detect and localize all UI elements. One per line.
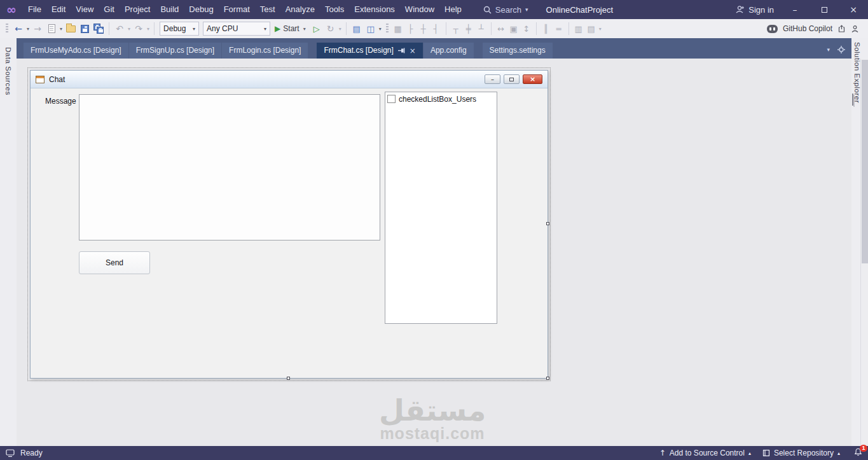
menu-analyze[interactable]: Analyze (280, 0, 320, 19)
solution-platform-dropdown[interactable]: Any CPU ▾ (203, 22, 270, 36)
checked-listbox-users[interactable]: checkedListBox_Users (385, 92, 497, 324)
hot-reload-dropdown-icon: ▾ (339, 26, 341, 32)
save-all-icon (93, 24, 104, 34)
tab-frmsignup[interactable]: FrmSignUp.cs [Design] (129, 43, 221, 59)
menu-debug[interactable]: Debug (184, 0, 218, 19)
new-file-dropdown-icon[interactable]: ▾ (60, 26, 62, 32)
menu-test[interactable]: Test (255, 0, 280, 19)
solution-explorer-tab[interactable]: Solution Explorer (852, 42, 860, 106)
form-maximize-button[interactable] (504, 74, 520, 84)
toolbar-separator (536, 22, 537, 35)
minimize-window-button[interactable]: – (780, 0, 809, 19)
chevron-down-icon[interactable]: ▾ (379, 26, 382, 32)
save-button[interactable] (78, 21, 91, 36)
save-icon (81, 25, 89, 33)
menu-git[interactable]: Git (99, 0, 120, 19)
maximize-window-button[interactable] (809, 0, 839, 19)
toolbar-grip[interactable] (6, 24, 8, 34)
select-repository-button[interactable]: Select Repository ▴ (762, 449, 840, 457)
form-titlebar[interactable]: Chat – × (31, 71, 548, 88)
github-copilot-button[interactable]: GitHub Copilot (783, 24, 832, 33)
sign-in-button[interactable]: Sign in (729, 5, 780, 15)
align-tops-icon: ┬ (450, 24, 462, 34)
align-middles-icon: ╪ (462, 24, 475, 34)
find-in-files-button[interactable]: ▤ (350, 21, 363, 36)
tab-frmlogin[interactable]: FrmLogin.cs [Design] (222, 43, 308, 59)
tab-settings[interactable]: Settings.settings (483, 43, 553, 59)
snap-to-grid-icon: ▦ (392, 24, 404, 34)
undo-dropdown-icon: ▾ (128, 26, 130, 32)
open-file-button[interactable] (64, 21, 77, 36)
new-file-button[interactable] (45, 21, 58, 36)
configuration-value: Debug (163, 24, 186, 33)
tab-frmchat-active[interactable]: FrmChat.cs [Design] × (317, 43, 422, 59)
scrollbar-thumb[interactable] (862, 60, 868, 263)
menu-format[interactable]: Format (219, 0, 255, 19)
form-close-button[interactable]: × (523, 74, 542, 84)
make-same-height-icon: ↕ (520, 24, 533, 34)
toolbar-overflow-icon[interactable]: ▾ (599, 26, 602, 32)
notifications-button[interactable]: 1 (854, 448, 862, 458)
save-all-button[interactable] (92, 21, 105, 36)
menu-project[interactable]: Project (120, 0, 155, 19)
visual-studio-logo-icon: ∞ (0, 0, 23, 19)
checkbox-icon[interactable] (387, 95, 396, 103)
send-button[interactable]: Send (79, 251, 150, 274)
tab-list-dropdown-icon[interactable]: ▾ (827, 46, 830, 53)
form-body[interactable]: Message Send checkedListBox_Users (31, 88, 548, 379)
close-window-button[interactable]: × (839, 0, 868, 19)
toolbar-grip[interactable] (386, 24, 389, 34)
redo-dropdown-icon: ▾ (147, 26, 149, 32)
menu-help[interactable]: Help (439, 0, 467, 19)
menu-edit[interactable]: Edit (46, 0, 71, 19)
menu-tools[interactable]: Tools (320, 0, 349, 19)
list-item[interactable]: checkedListBox_Users (387, 94, 497, 104)
menu-file[interactable]: File (23, 0, 46, 19)
form-minimize-button[interactable]: – (485, 74, 500, 84)
menu-view[interactable]: View (71, 0, 99, 19)
start-without-debugging-button[interactable]: ▷ (310, 21, 323, 36)
horizontal-spacing-icon: ║ (540, 24, 553, 34)
form-title: Chat (49, 75, 65, 84)
designer-vertical-scrollbar[interactable] (860, 59, 868, 446)
send-feedback-icon[interactable] (851, 25, 859, 33)
upload-icon: ↑ (659, 449, 666, 457)
data-sources-tab[interactable]: Data Sources (4, 47, 12, 95)
split-window-button[interactable]: ◫ (364, 21, 377, 36)
close-tab-icon[interactable]: × (410, 47, 416, 55)
status-ready-icon (6, 449, 15, 457)
align-bottoms-icon: ┴ (475, 24, 488, 34)
designed-form-chat[interactable]: Chat – × Message Send checkedListBox_Use… (30, 70, 548, 379)
form-icon (36, 76, 45, 83)
menu-extensions[interactable]: Extensions (349, 0, 400, 19)
forms-designer-canvas[interactable]: Chat – × Message Send checkedListBox_Use… (17, 59, 851, 446)
resize-handle-bottom[interactable] (287, 377, 290, 380)
tab-appconfig[interactable]: App.config (424, 43, 474, 59)
align-rights-icon: ┤ (430, 24, 443, 34)
hot-reload-button: ↻ (324, 21, 337, 36)
navigate-back-dropdown-icon[interactable]: ▾ (27, 26, 29, 32)
solution-configuration-dropdown[interactable]: Debug ▾ (160, 22, 199, 36)
resize-handle-corner[interactable] (546, 377, 549, 380)
align-lefts-icon: ├ (404, 24, 417, 34)
standard-toolbar: ← ▾ → ▾ ↶ ▾ ↷ ▾ Debug ▾ Any CPU ▾ ▶ Star… (0, 19, 868, 38)
pin-tab-icon[interactable] (398, 48, 405, 53)
add-to-source-control-button[interactable]: ↑ Add to Source Control ▴ (659, 449, 751, 457)
search-box[interactable]: Search ▾ (483, 5, 528, 15)
tab-label: App.config (431, 43, 467, 59)
github-copilot-icon (767, 25, 778, 33)
tab-options-gear-icon[interactable] (837, 46, 845, 53)
send-to-back-icon: ▤ (585, 24, 598, 34)
tab-frmusemyado[interactable]: FrmUseMyAdo.cs [Design] (24, 43, 128, 59)
resize-handle-right[interactable] (546, 222, 549, 225)
chevron-up-icon: ▴ (837, 450, 840, 456)
status-ready-label: Ready (20, 449, 43, 457)
menu-build[interactable]: Build (155, 0, 184, 19)
navigate-back-button[interactable]: ← (12, 21, 25, 36)
share-icon[interactable] (837, 25, 846, 33)
message-label[interactable]: Message (45, 97, 76, 106)
start-debugging-button[interactable]: ▶ Start ▾ (275, 24, 307, 33)
menu-window[interactable]: Window (400, 0, 439, 19)
document-tab-strip: FrmUseMyAdo.cs [Design] FrmSignUp.cs [De… (17, 38, 851, 59)
message-textbox[interactable] (79, 94, 380, 240)
